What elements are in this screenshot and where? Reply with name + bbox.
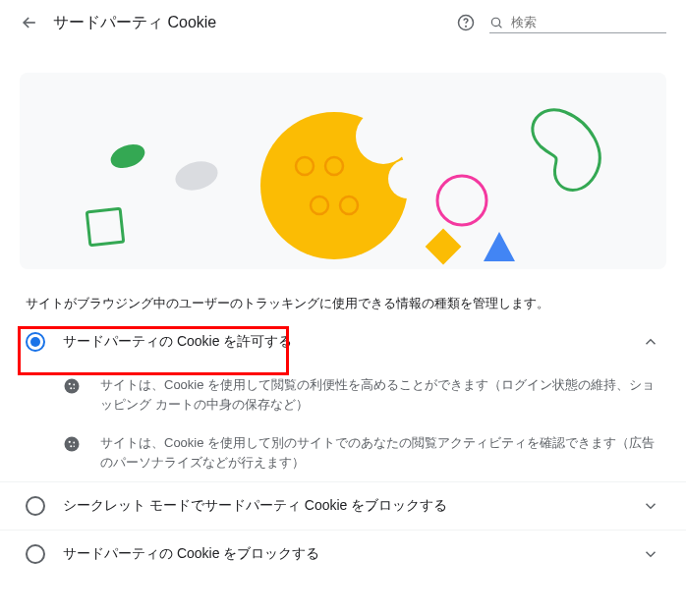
option-label: シークレット モードでサードパーティ Cookie をブロックする [63,497,623,515]
search-field[interactable] [489,12,666,33]
page-description: サイトがブラウジング中のユーザーのトラッキングに使用できる情報の種類を管理します… [0,269,686,318]
svg-point-1 [466,26,467,27]
hero-illustration [20,73,666,269]
sub-item: サイトは、Cookie を使用して閲覧の利便性を高めることができます（ログイン状… [0,365,686,423]
svg-point-2 [491,18,499,26]
help-icon[interactable] [456,13,476,32]
radio-block-incognito[interactable] [26,496,45,516]
option-label: サードパーティの Cookie を許可する [63,333,623,351]
svg-point-5 [172,157,221,195]
page-title: サードパーティ Cookie [53,13,216,33]
option-block-third-party[interactable]: サードパーティの Cookie をブロックする [0,530,686,578]
option-label: サードパーティの Cookie をブロックする [63,545,623,563]
chevron-down-icon[interactable] [641,544,660,564]
chevron-down-icon[interactable] [641,496,660,516]
svg-point-25 [74,446,76,448]
svg-point-7 [356,109,411,164]
svg-point-19 [70,387,72,389]
svg-point-16 [65,379,80,394]
option-allow-third-party[interactable]: サードパーティの Cookie を許可する [0,318,686,365]
svg-marker-15 [484,232,515,261]
search-icon [489,15,503,30]
chevron-up-icon[interactable] [641,332,660,352]
radio-block[interactable] [26,544,45,564]
svg-point-17 [69,383,71,385]
svg-point-22 [69,441,71,443]
svg-rect-4 [86,208,123,245]
sub-item-text: サイトは、Cookie を使用して別のサイトでのあなたの閲覧アクティビティを確認… [100,433,660,472]
svg-point-13 [437,176,486,225]
svg-point-23 [73,442,75,444]
svg-point-21 [65,437,80,452]
svg-rect-14 [426,229,462,265]
svg-point-24 [70,445,72,447]
svg-point-8 [388,159,428,198]
back-icon[interactable] [20,13,39,32]
svg-point-20 [74,388,76,390]
option-block-incognito[interactable]: シークレット モードでサードパーティ Cookie をブロックする [0,481,686,530]
cookie-icon [63,435,83,459]
svg-point-3 [107,140,147,173]
search-input[interactable] [509,14,666,30]
sub-item: サイトは、Cookie を使用して別のサイトでのあなたの閲覧アクティビティを確認… [0,423,686,481]
sub-item-text: サイトは、Cookie を使用して閲覧の利便性を高めることができます（ログイン状… [100,375,660,414]
cookie-icon [63,377,83,401]
radio-allow[interactable] [26,332,45,352]
page-header: サードパーティ Cookie [0,0,686,43]
svg-point-18 [73,384,75,386]
